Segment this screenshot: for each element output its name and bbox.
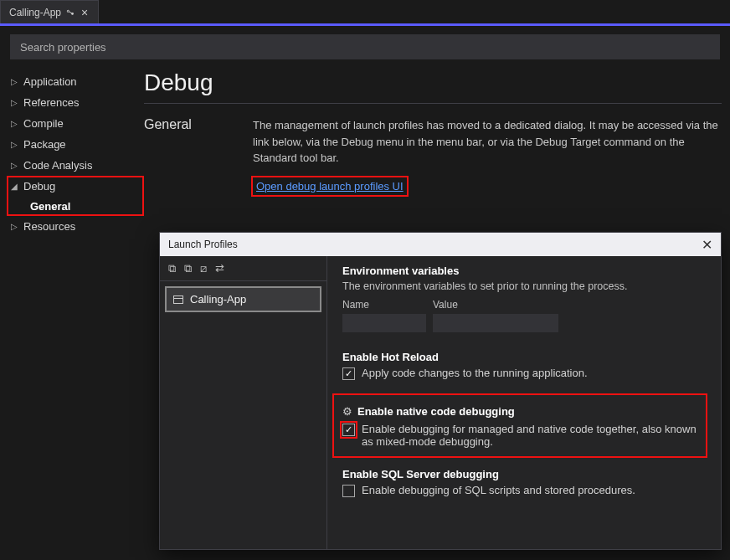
- launch-profiles-dialog: Launch Profiles ✕ ⧉ ⧉ ⧄ ⇄ Calling-App En…: [159, 232, 722, 550]
- delete-profile-icon[interactable]: ⧄: [200, 262, 207, 275]
- hotreload-label: Apply code changes to the running applic…: [362, 367, 588, 379]
- sidebar-debug-highlight: ◢ Debug General: [7, 176, 144, 216]
- close-icon[interactable]: ✕: [702, 237, 712, 253]
- env-name-label: Name: [342, 299, 426, 311]
- sidebar-item-debug[interactable]: ◢ Debug: [7, 176, 144, 197]
- profile-toolbar: ⧉ ⧉ ⧄ ⇄: [160, 256, 326, 281]
- page-title: Debug: [144, 69, 722, 96]
- sql-label: Enable debugging of SQL scripts and stor…: [362, 484, 635, 496]
- pin-icon[interactable]: ⊶: [64, 6, 76, 18]
- sidebar-item-application[interactable]: ▷ Application: [7, 71, 144, 92]
- section-general: General The management of launch profile…: [144, 117, 722, 194]
- chevron-right-icon: ▷: [10, 98, 18, 107]
- env-name-input[interactable]: [342, 314, 426, 332]
- accent-bar: [0, 23, 730, 26]
- sql-row: Enable debugging of SQL scripts and stor…: [342, 484, 706, 497]
- dialog-title-text: Launch Profiles: [168, 239, 238, 250]
- env-name-column: Name: [342, 299, 426, 332]
- env-value-label: Value: [433, 299, 558, 311]
- close-icon[interactable]: ×: [80, 6, 90, 19]
- env-heading: Environment variables: [342, 265, 706, 277]
- search-input[interactable]: Search properties: [10, 34, 720, 59]
- sidebar-label: Debug: [23, 180, 55, 193]
- sidebar-label: Resources: [23, 220, 75, 233]
- sidebar-item-code-analysis[interactable]: ▷ Code Analysis: [7, 155, 144, 176]
- sidebar-label: Package: [23, 138, 66, 151]
- tab-bar: Calling-App ⊶ ×: [0, 0, 730, 23]
- sidebar-sub-label: General: [30, 200, 70, 213]
- hotreload-checkbox[interactable]: [342, 367, 355, 380]
- chevron-right-icon: ▷: [10, 161, 18, 170]
- tab-title: Calling-App: [9, 7, 61, 18]
- link-highlight: Open debug launch profiles UI: [253, 177, 407, 195]
- open-launch-profiles-link[interactable]: Open debug launch profiles UI: [256, 178, 404, 195]
- profile-list: Calling-App: [160, 281, 326, 317]
- native-debug-highlight: ⚙ Enable native code debugging Enable de…: [334, 395, 706, 456]
- hotreload-row: Apply code changes to the running applic…: [342, 367, 706, 380]
- sidebar-item-compile[interactable]: ▷ Compile: [7, 113, 144, 134]
- env-table: Name Value: [342, 299, 706, 332]
- divider: [144, 103, 722, 104]
- profile-item-calling-app[interactable]: Calling-App: [165, 286, 321, 312]
- hotreload-heading: Enable Hot Reload: [342, 351, 706, 363]
- chevron-right-icon: ▷: [10, 77, 18, 86]
- section-label: General: [144, 117, 253, 194]
- gear-icon: ⚙: [342, 405, 352, 418]
- sidebar-label: Application: [23, 75, 77, 88]
- sidebar-label: Code Analysis: [23, 159, 92, 172]
- chevron-down-icon: ◢: [10, 182, 18, 191]
- sidebar-item-debug-general[interactable]: General: [7, 197, 144, 216]
- chevron-right-icon: ▷: [10, 222, 18, 231]
- dialog-body: ⧉ ⧉ ⧄ ⇄ Calling-App Environment variable…: [160, 256, 721, 549]
- sidebar-label: References: [23, 96, 79, 109]
- sidebar-item-resources[interactable]: ▷ Resources: [7, 216, 144, 237]
- native-row: Enable debugging for managed and native …: [342, 423, 697, 448]
- chevron-right-icon: ▷: [10, 119, 18, 128]
- search-placeholder: Search properties: [20, 41, 106, 54]
- tab-calling-app[interactable]: Calling-App ⊶ ×: [0, 0, 99, 23]
- section-body: The management of launch profiles has mo…: [253, 117, 722, 194]
- rename-profile-icon[interactable]: ⇄: [215, 262, 224, 275]
- chevron-right-icon: ▷: [10, 140, 18, 149]
- sidebar-item-package[interactable]: ▷ Package: [7, 134, 144, 155]
- env-value-column: Value: [433, 299, 558, 332]
- dialog-right-panel[interactable]: Environment variables The environment va…: [327, 256, 721, 549]
- section-description: The management of launch profiles has mo…: [253, 117, 722, 167]
- sidebar-label: Compile: [23, 117, 64, 130]
- duplicate-profile-icon[interactable]: ⧉: [184, 262, 192, 275]
- native-debug-checkbox[interactable]: [342, 424, 355, 436]
- dialog-titlebar: Launch Profiles ✕: [160, 233, 721, 256]
- sidebar: ▷ Application ▷ References ▷ Compile ▷ P…: [0, 68, 144, 560]
- env-value-input[interactable]: [433, 314, 558, 332]
- native-heading: Enable native code debugging: [357, 405, 515, 418]
- dialog-left-panel: ⧉ ⧉ ⧄ ⇄ Calling-App: [160, 256, 327, 549]
- sql-debug-checkbox[interactable]: [342, 485, 355, 497]
- new-profile-icon[interactable]: ⧉: [168, 262, 176, 275]
- sql-heading: Enable SQL Server debugging: [342, 468, 706, 480]
- profile-item-label: Calling-App: [190, 293, 246, 306]
- app-icon: [173, 295, 183, 304]
- native-label: Enable debugging for managed and native …: [362, 423, 697, 448]
- env-desc: The environment variables to set prior t…: [342, 280, 706, 292]
- sidebar-item-references[interactable]: ▷ References: [7, 92, 144, 113]
